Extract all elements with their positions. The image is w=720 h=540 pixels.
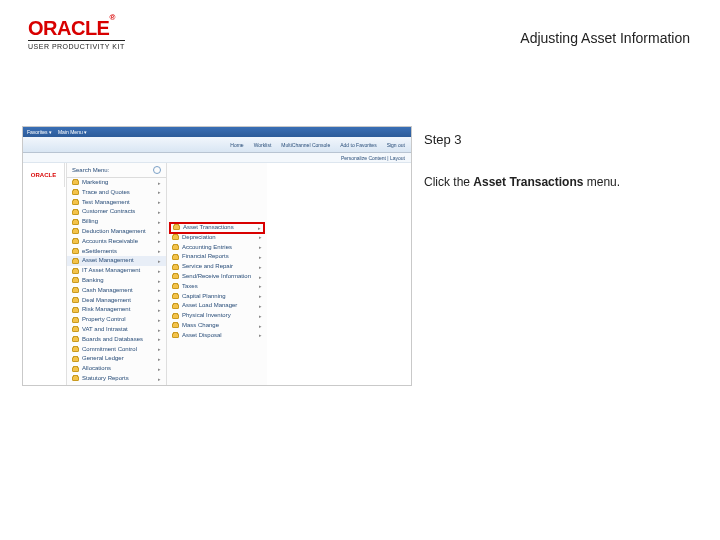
app-brand-col: ORACLE <box>23 163 67 385</box>
instruction-text: Click the Asset Transactions menu. <box>424 173 699 192</box>
folder-icon <box>72 220 79 225</box>
folder-icon <box>72 249 79 254</box>
folder-icon <box>72 210 79 215</box>
folder-icon <box>172 255 179 260</box>
menu-item[interactable]: Boards and Databases▸ <box>67 335 166 345</box>
submenu-item[interactable]: Asset Disposal▸ <box>167 331 267 341</box>
submenu-item[interactable]: Financial Reports▸ <box>167 252 267 262</box>
menu-item[interactable]: General Ledger▸ <box>67 354 166 364</box>
folder-icon <box>72 376 79 381</box>
folder-icon <box>172 333 179 338</box>
submenu-item[interactable]: Taxes▸ <box>167 282 267 292</box>
sub-menu-column: Asset Transactions▸ Depreciation▸ Accoun… <box>167 163 267 385</box>
folder-icon <box>172 274 179 279</box>
folder-icon <box>72 308 79 313</box>
folder-icon <box>172 235 179 240</box>
folder-icon <box>72 288 79 293</box>
menu-item[interactable]: Allocations▸ <box>67 364 166 374</box>
header-link-signout[interactable]: Sign out <box>387 142 405 148</box>
folder-icon <box>172 314 179 319</box>
brand-text: ORACLE <box>28 17 109 39</box>
folder-icon <box>72 327 79 332</box>
folder-icon <box>72 347 79 352</box>
refresh-icon[interactable] <box>153 166 161 174</box>
step-label: Step 3 <box>424 130 699 151</box>
folder-icon <box>72 318 79 323</box>
submenu-item[interactable]: Physical Inventory▸ <box>167 311 267 321</box>
submenu-item[interactable]: Depreciation▸ <box>167 233 267 243</box>
trademark: ® <box>109 13 114 22</box>
app-subheader: Personalize Content | Layout <box>23 153 411 163</box>
menu-item-asset-management[interactable]: Asset Management▸ <box>67 256 166 266</box>
main-menu-column: Search Menu: Marketing▸ Trace and Quotes… <box>67 163 167 385</box>
menu-item[interactable]: eSettlements▸ <box>67 247 166 257</box>
app-topbar: Favorites ▾ Main Menu ▾ <box>23 127 411 137</box>
menu-item[interactable]: Statutory Reports▸ <box>67 374 166 384</box>
folder-icon <box>172 323 179 328</box>
folder-icon <box>72 357 79 362</box>
header-link-worklist[interactable]: Worklist <box>254 142 272 148</box>
submenu-item[interactable]: Send/Receive Information▸ <box>167 272 267 282</box>
folder-icon <box>173 225 180 230</box>
page-title: Adjusting Asset Information <box>520 30 690 46</box>
instruction-pane: Step 3 Click the Asset Transactions menu… <box>424 130 699 192</box>
menu-item[interactable]: Risk Management▸ <box>67 305 166 315</box>
menu-item[interactable]: IT Asset Management▸ <box>67 266 166 276</box>
header-link-mcc[interactable]: MultiChannel Console <box>281 142 330 148</box>
submenu-item[interactable]: Service and Repair▸ <box>167 262 267 272</box>
folder-icon <box>172 245 179 250</box>
menu-item[interactable]: Deal Management▸ <box>67 296 166 306</box>
menu-item[interactable]: Trace and Quotes▸ <box>67 188 166 198</box>
submenu-item[interactable]: Asset Load Manager▸ <box>167 301 267 311</box>
folder-icon <box>72 259 79 264</box>
menu-item[interactable]: Test Management▸ <box>67 198 166 208</box>
folder-icon <box>72 278 79 283</box>
topbar-favorites[interactable]: Favorites ▾ <box>27 129 52 135</box>
menu-item[interactable]: Marketing▸ <box>67 178 166 188</box>
folder-icon <box>72 229 79 234</box>
menu-item[interactable]: Deduction Management▸ <box>67 227 166 237</box>
folder-icon <box>72 298 79 303</box>
menu-item[interactable]: Accounts Receivable▸ <box>67 237 166 247</box>
menu-item[interactable]: Property Control▸ <box>67 315 166 325</box>
search-menu-header: Search Menu: <box>67 163 166 178</box>
app-screenshot: Favorites ▾ Main Menu ▾ Home Worklist Mu… <box>22 126 412 386</box>
menu-item[interactable]: Billing▸ <box>67 217 166 227</box>
personalize-link[interactable]: Personalize Content | Layout <box>341 155 405 161</box>
menu-item[interactable]: Data Exchange▸ <box>67 384 166 385</box>
app-header: Home Worklist MultiChannel Console Add t… <box>23 137 411 153</box>
menu-item[interactable]: Cash Management▸ <box>67 286 166 296</box>
folder-icon <box>172 294 179 299</box>
menu-item[interactable]: Customer Contracts▸ <box>67 207 166 217</box>
oracle-upk-logo: ORACLE® USER PRODUCTIVITY KIT <box>28 18 125 50</box>
folder-icon <box>72 180 79 185</box>
submenu-item[interactable]: Mass Change▸ <box>167 321 267 331</box>
logo-subtitle: USER PRODUCTIVITY KIT <box>28 40 125 50</box>
submenu-item[interactable]: Accounting Entries▸ <box>167 243 267 253</box>
folder-icon <box>72 269 79 274</box>
menu-item[interactable]: Banking▸ <box>67 276 166 286</box>
folder-icon <box>72 200 79 205</box>
app-brand-logo: ORACLE <box>23 163 65 187</box>
topbar-mainmenu[interactable]: Main Menu ▾ <box>58 129 87 135</box>
folder-icon <box>172 265 179 270</box>
folder-icon <box>72 367 79 372</box>
menu-item[interactable]: Commitment Control▸ <box>67 345 166 355</box>
submenu-item[interactable]: Capital Planning▸ <box>167 292 267 302</box>
header-link-favorites[interactable]: Add to Favorites <box>340 142 376 148</box>
app-main-area <box>267 163 411 385</box>
folder-icon <box>72 190 79 195</box>
menu-item[interactable]: VAT and Intrastat▸ <box>67 325 166 335</box>
folder-icon <box>72 239 79 244</box>
folder-icon <box>172 304 179 309</box>
folder-icon <box>72 337 79 342</box>
header-link-home[interactable]: Home <box>230 142 243 148</box>
folder-icon <box>172 284 179 289</box>
